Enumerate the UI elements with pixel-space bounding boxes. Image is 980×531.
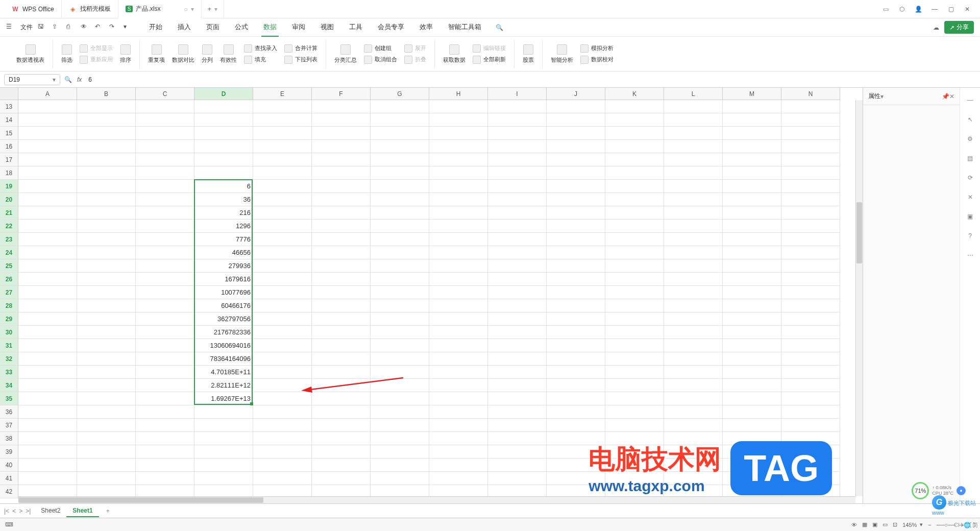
print-icon[interactable]: ⎙ bbox=[66, 23, 76, 32]
cell-H37[interactable] bbox=[429, 419, 488, 432]
cell-D35[interactable]: 1.69267E+13 bbox=[194, 392, 253, 405]
cell-K40[interactable] bbox=[605, 458, 664, 472]
cell-N30[interactable] bbox=[781, 326, 840, 339]
file-tab-dropdown-icon[interactable]: ▾ bbox=[191, 6, 194, 13]
select-all-button[interactable] bbox=[0, 88, 18, 100]
cell-J32[interactable] bbox=[547, 352, 605, 366]
cell-E33[interactable] bbox=[253, 366, 312, 379]
cell-J39[interactable] bbox=[547, 445, 605, 458]
cellref-dropdown-icon[interactable]: ▾ bbox=[53, 76, 56, 83]
cell-L28[interactable] bbox=[664, 299, 723, 312]
cell-B35[interactable] bbox=[77, 392, 136, 405]
cell-F41[interactable] bbox=[312, 472, 371, 485]
cell-D39[interactable] bbox=[194, 445, 253, 458]
cell-G32[interactable] bbox=[371, 352, 429, 366]
cell-A16[interactable] bbox=[18, 140, 77, 153]
cell-M27[interactable] bbox=[723, 286, 781, 299]
cell-M26[interactable] bbox=[723, 273, 781, 286]
cell-G36[interactable] bbox=[371, 405, 429, 419]
avatar-icon[interactable]: 👤 bbox=[914, 5, 923, 14]
validation-button[interactable]: 有效性 bbox=[220, 44, 237, 64]
cell-F14[interactable] bbox=[312, 113, 371, 127]
cell-D30[interactable]: 2176782336 bbox=[194, 326, 253, 339]
cell-K29[interactable] bbox=[605, 312, 664, 326]
cell-I14[interactable] bbox=[488, 113, 547, 127]
cell-L34[interactable] bbox=[664, 379, 723, 392]
cell-B40[interactable] bbox=[77, 458, 136, 472]
sort-button[interactable]: 排序 bbox=[120, 44, 131, 64]
cell-N17[interactable] bbox=[781, 153, 840, 166]
cell-B23[interactable] bbox=[77, 233, 136, 246]
cell-C38[interactable] bbox=[136, 432, 194, 445]
reading-view-icon[interactable]: ▭ bbox=[883, 521, 888, 528]
maximize-icon[interactable]: ▢ bbox=[946, 5, 955, 14]
cell-F17[interactable] bbox=[312, 153, 371, 166]
cell-L25[interactable] bbox=[664, 259, 723, 273]
menu-tab-智能工具箱[interactable]: 智能工具箱 bbox=[446, 18, 483, 37]
cell-A25[interactable] bbox=[18, 259, 77, 273]
cell-I31[interactable] bbox=[488, 339, 547, 352]
cell-D19[interactable]: 6 bbox=[194, 180, 253, 193]
cell-B25[interactable] bbox=[77, 259, 136, 273]
cell-D29[interactable]: 362797056 bbox=[194, 312, 253, 326]
cell-M37[interactable] bbox=[723, 419, 781, 432]
cells[interactable]: 6362161296777646656279936167961610077696… bbox=[18, 100, 855, 496]
cell-M16[interactable] bbox=[723, 140, 781, 153]
cell-F33[interactable] bbox=[312, 366, 371, 379]
cell-I35[interactable] bbox=[488, 392, 547, 405]
cell-F29[interactable] bbox=[312, 312, 371, 326]
row-header-39[interactable]: 39 bbox=[0, 445, 18, 458]
cell-C21[interactable] bbox=[136, 206, 194, 220]
cell-H23[interactable] bbox=[429, 233, 488, 246]
cell-N35[interactable] bbox=[781, 392, 840, 405]
refresh-all-button[interactable]: 全部刷新 bbox=[473, 56, 506, 64]
cell-A40[interactable] bbox=[18, 458, 77, 472]
row-header-38[interactable]: 38 bbox=[0, 432, 18, 445]
cell-I32[interactable] bbox=[488, 352, 547, 366]
cell-M41[interactable] bbox=[723, 472, 781, 485]
pivot-table-button[interactable]: 数据透视表 bbox=[16, 44, 44, 64]
cell-K33[interactable] bbox=[605, 366, 664, 379]
cell-C37[interactable] bbox=[136, 419, 194, 432]
cell-G17[interactable] bbox=[371, 153, 429, 166]
cell-D37[interactable] bbox=[194, 419, 253, 432]
row-header-30[interactable]: 30 bbox=[0, 326, 18, 339]
cell-D21[interactable]: 216 bbox=[194, 206, 253, 220]
cell-C25[interactable] bbox=[136, 259, 194, 273]
cell-H32[interactable] bbox=[429, 352, 488, 366]
cell-E29[interactable] bbox=[253, 312, 312, 326]
file-menu[interactable]: 文件 bbox=[20, 23, 33, 32]
qa-dropdown-icon[interactable]: ▾ bbox=[124, 23, 133, 32]
cell-N37[interactable] bbox=[781, 419, 840, 432]
cell-M24[interactable] bbox=[723, 246, 781, 259]
cell-N36[interactable] bbox=[781, 405, 840, 419]
cell-E38[interactable] bbox=[253, 432, 312, 445]
cell-J27[interactable] bbox=[547, 286, 605, 299]
cell-M22[interactable] bbox=[723, 220, 781, 233]
cell-M13[interactable] bbox=[723, 100, 781, 113]
cell-L35[interactable] bbox=[664, 392, 723, 405]
zoom-slider[interactable]: ──○── bbox=[937, 522, 956, 528]
cell-L29[interactable] bbox=[664, 312, 723, 326]
cell-I26[interactable] bbox=[488, 273, 547, 286]
cell-M34[interactable] bbox=[723, 379, 781, 392]
cell-B34[interactable] bbox=[77, 379, 136, 392]
cell-E27[interactable] bbox=[253, 286, 312, 299]
row-header-35[interactable]: 35 bbox=[0, 392, 18, 405]
cell-E25[interactable] bbox=[253, 259, 312, 273]
cell-B17[interactable] bbox=[77, 153, 136, 166]
cell-A17[interactable] bbox=[18, 153, 77, 166]
cell-C39[interactable] bbox=[136, 445, 194, 458]
cell-N13[interactable] bbox=[781, 100, 840, 113]
cell-I36[interactable] bbox=[488, 405, 547, 419]
cell-C33[interactable] bbox=[136, 366, 194, 379]
cell-F16[interactable] bbox=[312, 140, 371, 153]
search-icon[interactable]: 🔍 bbox=[496, 24, 503, 31]
cell-C34[interactable] bbox=[136, 379, 194, 392]
cell-E31[interactable] bbox=[253, 339, 312, 352]
cell-L41[interactable] bbox=[664, 472, 723, 485]
cell-L26[interactable] bbox=[664, 273, 723, 286]
cell-G26[interactable] bbox=[371, 273, 429, 286]
cell-K14[interactable] bbox=[605, 113, 664, 127]
cell-N40[interactable] bbox=[781, 458, 840, 472]
